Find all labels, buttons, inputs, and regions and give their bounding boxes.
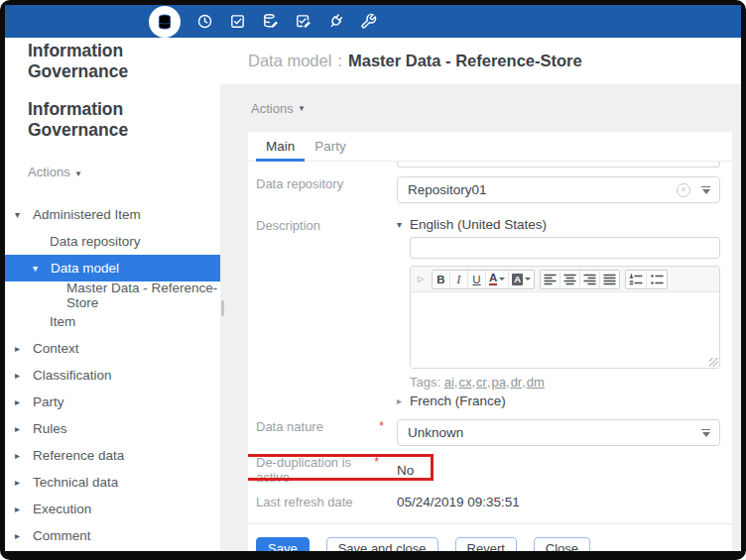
chevron-right-icon: ▸ [15,504,28,514]
required-asterisk: * [379,419,384,446]
align-left-icon[interactable] [541,271,560,288]
sidebar-item-reference-data[interactable]: ▸ Reference data [5,442,220,469]
sidebar-item-rules[interactable]: ▸ Rules [5,415,220,442]
data-repository-value: Repository01 [408,182,677,197]
breadcrumb-object-name: Master Data - Reference-Store [348,52,582,69]
sidebar-item-technical-data[interactable]: ▸ Technical data [5,469,220,496]
revert-button[interactable]: Revert [455,537,517,551]
sidebar-item-administered-item[interactable]: ▾ Administered Item [5,201,220,228]
field-label: Data nature * [256,419,397,446]
sidebar-title: Information Governance [5,99,220,141]
sidebar-actions-menu[interactable]: Actions ▾ [28,165,220,179]
tag-link[interactable]: pa [492,375,511,390]
field-label: Last refresh date [256,495,397,509]
editor-expand-icon[interactable]: ▷ [415,275,427,283]
save-button[interactable]: Save [256,537,310,551]
sidebar-scrollbar-thumb[interactable] [221,300,224,316]
sidebar-item-comment[interactable]: ▸ Comment [5,522,220,549]
tag-link[interactable]: ai [444,375,459,390]
save-and-close-button[interactable]: Save and close [326,537,438,551]
field-label: Description [256,217,397,408]
chevron-down-icon[interactable] [701,429,710,437]
format-button-group: B I U A A [432,270,535,289]
checklist-icon[interactable] [229,13,246,30]
plug-icon[interactable] [327,13,344,30]
description-rich-text-area[interactable] [411,292,719,368]
tab-main[interactable]: Main [256,132,305,161]
breadcrumb-object-type: Data model [248,52,331,69]
field-row-last-refresh: Last refresh date 05/24/2019 09:35:51 [256,495,724,509]
chevron-down-icon: ▾ [15,209,28,220]
language-group-french[interactable]: ▸ French (France) [397,392,720,408]
clock-icon[interactable] [196,13,213,30]
align-justify-icon[interactable] [600,271,619,288]
database-edit-icon[interactable] [262,13,279,30]
font-color-button[interactable]: A [486,271,509,288]
tag-link[interactable]: cx [458,375,476,390]
chevron-right-icon: ▸ [15,370,28,381]
scrolled-field-bottom-edge[interactable] [397,162,720,168]
ordered-list-icon[interactable] [626,271,647,288]
description-short-input[interactable] [410,237,720,259]
sidebar-item-master-data-reference-store[interactable]: Master Data - Reference-Store [5,281,220,308]
chevron-down-icon[interactable] [701,186,710,194]
wrench-icon[interactable] [360,13,377,30]
resize-handle[interactable] [709,358,718,367]
tag-link[interactable]: cr [476,375,491,390]
rich-text-toolbar: ▷ B I U A A [411,267,719,292]
close-button[interactable]: Close [534,537,590,551]
sidebar-item-history[interactable]: ▸ History [5,549,220,551]
align-right-icon[interactable] [580,271,600,288]
chevron-down-icon: ▾ [300,103,305,113]
screenshot-frame: Information Governance Data model:Master… [0,0,746,560]
tab-bar: Main Party [248,132,732,162]
align-button-group [540,270,620,289]
tag-link[interactable]: dm [527,375,545,390]
sidebar: Information Governance Actions ▾ ▾ Admin… [5,84,220,551]
tag-link[interactable]: dr [511,375,527,390]
sidebar-item-item[interactable]: Item [5,308,220,335]
chevron-down-icon [499,278,505,280]
top-toolbar [5,5,741,38]
checklist-edit-icon[interactable] [295,13,311,30]
app-window: Information Governance Data model:Master… [5,5,741,551]
clear-icon[interactable]: × [677,183,690,197]
underline-button[interactable]: U [468,271,486,288]
last-refresh-value: 05/24/2019 09:35:51 [397,495,720,509]
chevron-down-icon: ▾ [33,263,46,274]
field-row-description: Description ▾ English (United States) ▷ [256,217,724,408]
list-button-group [625,270,668,289]
sidebar-item-party[interactable]: ▸ Party [5,389,220,415]
chevron-right-icon: ▸ [15,343,28,354]
navigation-tree: ▾ Administered Item Data repository ▾ Da… [5,201,220,551]
tab-party[interactable]: Party [305,132,356,161]
italic-button[interactable]: I [450,271,468,288]
data-repository-combobox[interactable]: Repository01 × [397,176,720,203]
sidebar-item-data-repository[interactable]: Data repository [5,228,220,255]
sidebar-item-execution[interactable]: ▸ Execution [5,496,220,522]
tags-label: Tags: [410,375,440,390]
required-asterisk: * [374,455,379,485]
breadcrumb: Data model:Master Data - Reference-Store [248,52,582,70]
field-row-dedup: De-duplication is active * No [256,458,724,482]
language-group-english[interactable]: ▾ English (United States) [397,217,720,232]
chevron-right-icon: ▸ [15,423,28,434]
data-nature-select[interactable]: Unknown [397,419,720,446]
sidebar-item-context[interactable]: ▸ Context [5,335,220,362]
bold-button[interactable]: B [433,271,450,288]
sidebar-item-data-model[interactable]: ▾ Data model [5,255,220,281]
sidebar-item-classification[interactable]: ▸ Classification [5,362,220,389]
main-actions-menu[interactable]: Actions ▾ [220,84,741,132]
bullet-list-icon[interactable] [647,271,667,288]
header-band: Information Governance Data model:Master… [5,38,741,84]
align-center-icon[interactable] [560,271,580,288]
record-form-card: Main Party Data repository [248,132,732,551]
content-body: Information Governance Actions ▾ ▾ Admin… [5,84,741,551]
main-panel: Actions ▾ Main Party [220,84,741,551]
chevron-right-icon: ▸ [15,450,28,461]
chevron-right-icon: ▸ [15,477,28,488]
database-icon[interactable] [149,6,181,38]
highlight-color-button[interactable]: A [509,271,534,288]
record-form: Data repository Repository01 × [248,162,732,551]
form-buttons: Save Save and close Revert Close [256,524,724,551]
